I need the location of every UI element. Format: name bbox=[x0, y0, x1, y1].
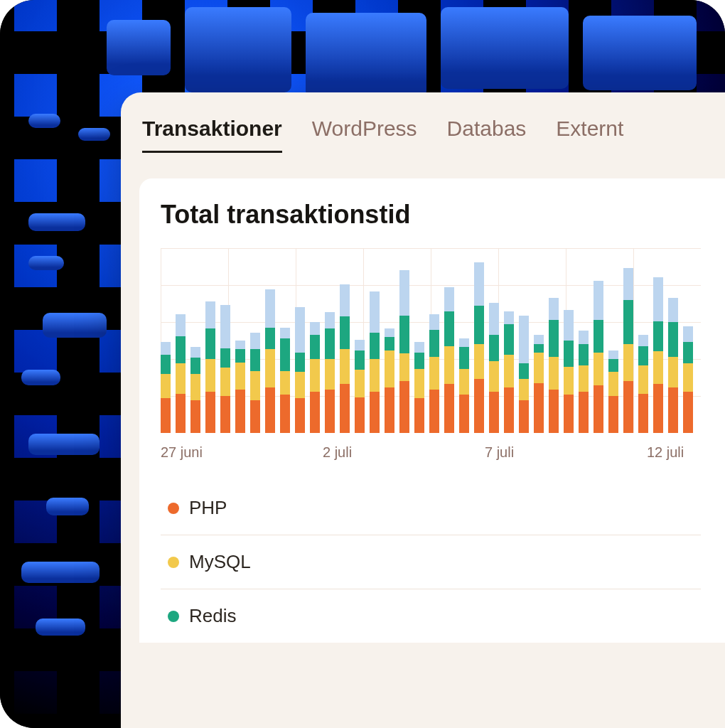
dashboard-panel: Transaktioner WordPress Databas Externt … bbox=[121, 92, 725, 728]
bar bbox=[385, 328, 394, 433]
bar bbox=[399, 270, 409, 433]
bar bbox=[534, 335, 544, 433]
bar bbox=[549, 298, 559, 433]
chart-card: Total transaktionstid 27 juni2 juli7 jul… bbox=[139, 178, 725, 643]
legend-label: PHP bbox=[189, 497, 227, 519]
legend-label: MySQL bbox=[189, 551, 251, 573]
bar bbox=[265, 289, 275, 433]
bar bbox=[295, 307, 305, 433]
legend-dot-icon bbox=[168, 611, 179, 622]
bar bbox=[250, 333, 260, 433]
legend-label: Redis bbox=[189, 605, 236, 627]
legend-item-redis[interactable]: Redis bbox=[161, 589, 701, 643]
legend-item-mysql[interactable]: MySQL bbox=[161, 535, 701, 589]
tab-transactions[interactable]: Transaktioner bbox=[142, 117, 282, 153]
x-tick-label: 2 juli bbox=[323, 444, 352, 461]
bar bbox=[340, 284, 350, 434]
bar bbox=[459, 338, 469, 433]
stacked-bar-chart bbox=[161, 248, 701, 433]
bar bbox=[414, 342, 424, 433]
tab-bar: Transaktioner WordPress Databas Externt bbox=[121, 92, 725, 163]
bar bbox=[474, 262, 484, 433]
chart-bars bbox=[161, 248, 701, 433]
bar bbox=[429, 314, 439, 433]
bar bbox=[161, 342, 171, 433]
bar bbox=[668, 298, 678, 433]
bar bbox=[235, 341, 245, 433]
legend-item-php[interactable]: PHP bbox=[161, 481, 701, 535]
bar bbox=[370, 291, 380, 433]
legend-dot-icon bbox=[168, 503, 179, 514]
chart-legend: PHP MySQL Redis bbox=[161, 481, 701, 643]
bar bbox=[325, 312, 335, 433]
bar bbox=[176, 314, 186, 433]
bar bbox=[653, 277, 663, 433]
bar bbox=[579, 331, 589, 433]
bar bbox=[280, 328, 290, 433]
x-tick-label: 12 juli bbox=[647, 444, 684, 461]
legend-dot-icon bbox=[168, 557, 179, 568]
bar bbox=[190, 347, 200, 433]
bar bbox=[608, 350, 618, 433]
chart-title: Total transaktionstid bbox=[161, 200, 725, 230]
bar bbox=[638, 335, 648, 433]
x-tick-label: 7 juli bbox=[485, 444, 514, 461]
bar bbox=[310, 322, 320, 433]
bar bbox=[564, 310, 574, 433]
bar bbox=[519, 316, 529, 433]
chart-x-axis: 27 juni2 juli7 juli12 juli bbox=[161, 441, 701, 463]
tab-external[interactable]: Externt bbox=[556, 117, 623, 153]
x-tick-label: 27 juni bbox=[161, 444, 203, 461]
bar bbox=[504, 311, 514, 433]
bar bbox=[623, 268, 633, 433]
bar bbox=[355, 340, 365, 434]
bar bbox=[205, 301, 215, 433]
bar bbox=[683, 326, 693, 433]
tab-wordpress[interactable]: WordPress bbox=[312, 117, 417, 153]
bar bbox=[594, 281, 603, 433]
bar bbox=[220, 305, 230, 433]
bar bbox=[489, 303, 499, 434]
tab-database[interactable]: Databas bbox=[447, 117, 527, 153]
bar bbox=[444, 287, 454, 433]
